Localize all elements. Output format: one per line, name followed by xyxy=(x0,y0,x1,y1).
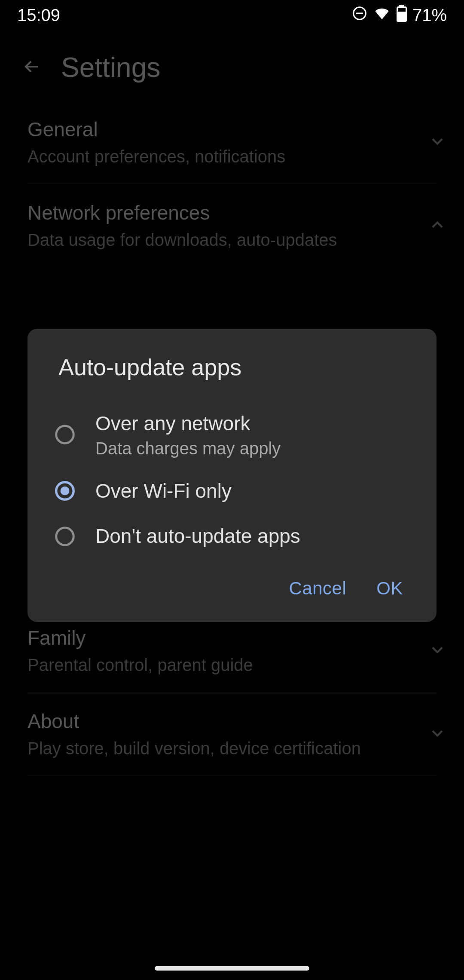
svg-point-6 xyxy=(61,487,70,496)
svg-point-4 xyxy=(56,426,74,444)
status-time: 15:09 xyxy=(17,6,60,25)
radio-unselected-icon[interactable] xyxy=(53,423,76,446)
option-sublabel: Data charges may apply xyxy=(95,439,281,458)
dialog-title: Auto-update apps xyxy=(27,354,437,401)
option-any-network[interactable]: Over any network Data charges may apply xyxy=(27,401,437,469)
svg-rect-3 xyxy=(398,8,406,12)
battery-icon xyxy=(396,5,407,26)
wifi-icon xyxy=(373,4,391,26)
ok-button[interactable]: OK xyxy=(376,578,403,599)
option-label: Over Wi-Fi only xyxy=(95,479,232,504)
svg-rect-2 xyxy=(399,5,404,7)
status-bar: 15:09 71% xyxy=(0,0,464,30)
auto-update-dialog: Auto-update apps Over any network Data c… xyxy=(27,329,437,622)
option-wifi-only[interactable]: Over Wi-Fi only xyxy=(27,469,437,514)
status-battery-pct: 71% xyxy=(412,6,447,25)
radio-unselected-icon[interactable] xyxy=(53,525,76,548)
radio-selected-icon[interactable] xyxy=(53,479,76,502)
cancel-button[interactable]: Cancel xyxy=(289,578,347,599)
nav-home-pill[interactable] xyxy=(155,966,309,971)
option-label: Over any network xyxy=(95,411,281,436)
dnd-icon xyxy=(351,5,368,25)
svg-point-7 xyxy=(56,528,74,545)
option-dont-update[interactable]: Don't auto-update apps xyxy=(27,514,437,559)
option-label: Don't auto-update apps xyxy=(95,524,300,549)
